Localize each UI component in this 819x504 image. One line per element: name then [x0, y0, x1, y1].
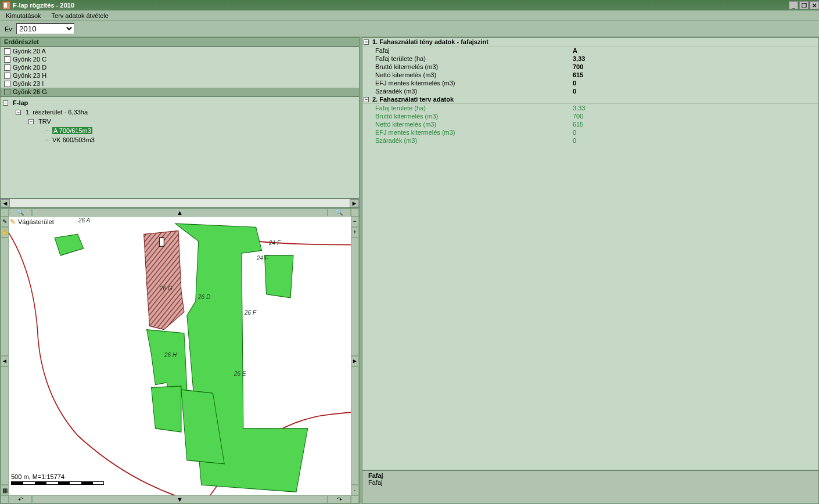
prop-section-header-1[interactable]: − 1. Fahasználati tény adatok - fafajszi… [362, 38, 818, 46]
forest-list-item-label: Gyönk 20 D [13, 64, 46, 71]
scroll-left-icon[interactable]: ◄ [1, 199, 10, 207]
forest-list-item-label: Gyönk 20 A [13, 48, 46, 55]
map-plus-button[interactable]: + [351, 227, 359, 237]
map-panel: 🔍 ▲ 🔍 ✎ ✋ ◄ ▦ [0, 208, 360, 505]
forest-list-item[interactable]: Gyönk 26 G [1, 88, 359, 96]
tree-leaf-vk[interactable]: ┈ VK 600/503m3 [3, 135, 357, 145]
map-mode-label: Vágásterület [18, 218, 54, 225]
prop-section-1: − 1. Fahasználati tény adatok - fafajszi… [362, 38, 818, 95]
property-key: Nettó kitermelés (m3) [375, 71, 573, 78]
tree-leaf-a[interactable]: ┈ A 700/615m3 [3, 126, 357, 135]
map-hand-button[interactable]: ✋ [1, 227, 9, 237]
map-pan-left-button[interactable]: ◄ [1, 356, 9, 366]
map-zoom-in-button[interactable]: 🔍 [9, 208, 32, 217]
property-value: 0 [573, 129, 689, 136]
left-column: Erdőrészlet Gyönk 20 AGyönk 20 CGyönk 20… [0, 37, 362, 504]
forest-list-item[interactable]: Gyönk 20 C [1, 55, 359, 63]
collapse-icon[interactable]: − [364, 39, 369, 45]
tree-node-label: TRV [38, 118, 51, 125]
collapse-icon[interactable]: − [16, 110, 21, 115]
map-canvas[interactable]: ✎ Vágásterület 26 A 26 G 26 D 26 F 24 F … [9, 217, 351, 496]
property-row[interactable]: Bruttó kitermelés (m3)700 [362, 63, 818, 71]
property-value: A [573, 47, 689, 54]
checkbox-icon[interactable] [4, 64, 10, 71]
forest-panel-header: Erdőrészlet [0, 37, 360, 46]
toolbar: Év: 2010 [0, 21, 819, 37]
property-row[interactable]: FafajA [362, 46, 818, 55]
property-row[interactable]: Száradék (m3)0 [362, 87, 818, 95]
map-left-controls: ✎ ✋ ◄ ▦ [1, 217, 9, 496]
tree-leaf-label: VK 600/503m3 [52, 136, 95, 143]
year-select[interactable]: 2010 [16, 23, 74, 34]
property-row[interactable]: Bruttó kitermelés (m3)700 [362, 112, 818, 120]
tree-panel: − F-lap − 1. részterület - 6,33ha − TRV … [0, 96, 360, 199]
property-value: 3,33 [573, 105, 689, 111]
tree-branch-icon: ┈ [45, 127, 49, 135]
window-title: F-lap rögzítés - 2010 [13, 2, 74, 9]
checkbox-icon[interactable] [4, 73, 10, 79]
map-zoom-out-button[interactable]: 🔍 [328, 208, 351, 217]
map-tool-button[interactable]: · [351, 485, 359, 495]
property-row[interactable]: Nettó kitermelés (m3)615 [362, 120, 818, 128]
property-row[interactable]: EFJ mentes kitermelés (m3)0 [362, 79, 818, 87]
property-row[interactable]: EFJ mentes kitermelés (m3)0 [362, 128, 818, 136]
map-pencil-button[interactable]: ✎ [1, 217, 9, 227]
tree-branch-icon: ┈ [45, 136, 49, 144]
checkbox-icon[interactable] [4, 89, 10, 95]
checkbox-icon[interactable] [4, 81, 10, 87]
property-row[interactable]: Nettó kitermelés (m3)615 [362, 71, 818, 79]
map-pan-up-button[interactable]: ▲ [32, 208, 328, 217]
map-corner [1, 208, 9, 217]
property-key: Száradék (m3) [375, 88, 573, 95]
forest-list-item-label: Gyönk 20 C [13, 56, 46, 63]
tree-leaf-label-selected: A 700/615m3 [52, 127, 92, 134]
map-tool-button[interactable]: ▦ [1, 485, 9, 495]
tree-hscroll[interactable]: ◄ ► [0, 199, 360, 208]
close-button[interactable]: ✕ [810, 1, 819, 9]
scroll-track[interactable] [10, 199, 350, 207]
map-side-spacer [1, 366, 9, 485]
tree-node-label: 1. részterület - 6,33ha [26, 109, 88, 116]
checkbox-icon[interactable] [4, 56, 10, 63]
maximize-button[interactable]: ❐ [799, 1, 809, 9]
property-row[interactable]: Fafaj területe (ha)3,33 [362, 55, 818, 63]
property-key: EFJ mentes kitermelés (m3) [375, 80, 573, 87]
tree-node-reszterulet[interactable]: − 1. részterület - 6,33ha [3, 107, 357, 117]
menu-kimutatasok[interactable]: Kimutatások [6, 12, 41, 19]
collapse-icon[interactable]: − [3, 100, 8, 106]
forest-list-item[interactable]: Gyönk 23 H [1, 71, 359, 80]
property-description-panel: Fafaj Fafaj [362, 470, 819, 504]
property-value: 615 [573, 71, 689, 78]
forest-list-item[interactable]: Gyönk 20 A [1, 47, 359, 55]
forest-list-item[interactable]: Gyönk 20 D [1, 63, 359, 71]
tree-node-root[interactable]: − F-lap [3, 98, 357, 107]
pencil-icon: ✎ [10, 218, 16, 226]
property-value: 615 [573, 121, 689, 128]
menu-bar: Kimutatások Terv adatok átvétele [0, 10, 819, 21]
checkbox-icon[interactable] [4, 48, 10, 55]
tree-node-trv[interactable]: − TRV [3, 117, 357, 126]
map-redo-button[interactable]: ↷ [328, 495, 351, 503]
map-pan-right-button[interactable]: ► [351, 356, 359, 366]
scroll-right-icon[interactable]: ► [350, 199, 359, 207]
minimize-button[interactable]: _ [789, 1, 798, 9]
map-undo-button[interactable]: ↶ [9, 495, 32, 503]
collapse-icon[interactable]: − [28, 119, 34, 124]
forest-list-item[interactable]: Gyönk 23 I [1, 80, 359, 88]
svg-marker-2 [265, 255, 293, 297]
prop-section-header-2[interactable]: − 2. Fahasználati terv adatok [362, 95, 818, 104]
property-row[interactable]: Száradék (m3)0 [362, 136, 818, 145]
map-pan-down-button[interactable]: ▼ [32, 495, 328, 503]
menu-terv-adatok[interactable]: Terv adatok átvétele [52, 12, 109, 19]
property-value: 0 [573, 80, 689, 87]
map-right-controls: − + ► · [351, 217, 359, 496]
property-key: Fafaj területe (ha) [375, 55, 573, 62]
collapse-icon[interactable]: − [364, 97, 369, 102]
property-row[interactable]: Fafaj területe (ha)3,33 [362, 104, 818, 112]
map-side-spacer [1, 237, 9, 356]
property-value: 700 [573, 113, 689, 120]
map-minus-button[interactable]: − [351, 217, 359, 227]
property-key: Fafaj [375, 47, 573, 54]
property-value: 0 [573, 88, 689, 95]
map-top-controls: 🔍 ▲ 🔍 [1, 208, 359, 217]
